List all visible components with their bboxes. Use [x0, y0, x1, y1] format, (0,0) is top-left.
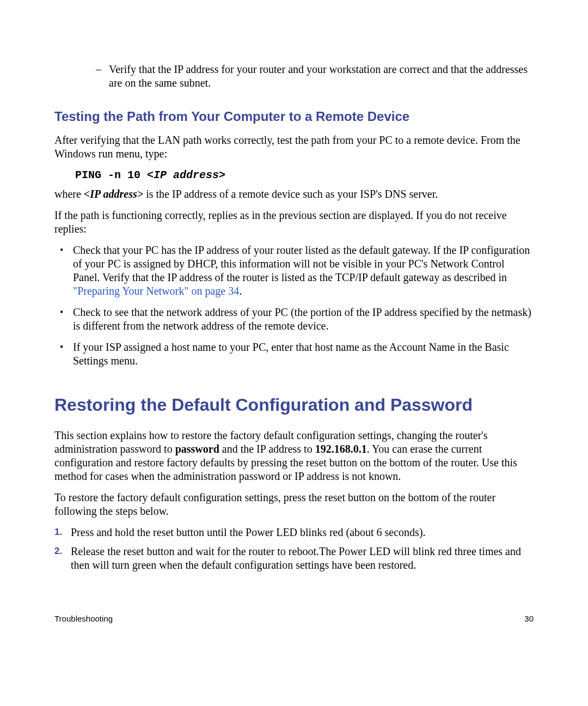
- heading-testing-path: Testing the Path from Your Computer to a…: [54, 108, 534, 125]
- command-placeholder: IP address: [154, 169, 219, 181]
- link-preparing-network[interactable]: "Preparing Your Network" on page 34: [73, 285, 239, 297]
- dash-icon: –: [96, 63, 109, 90]
- command-prefix: PING -n 10 <: [75, 169, 154, 181]
- page-footer: Troubleshooting 30: [54, 614, 534, 624]
- list-item: 1. Press and hold the reset button until…: [54, 526, 534, 539]
- paragraph-after-verify: After verifying that the LAN path works …: [54, 133, 534, 161]
- bullet-icon: •: [60, 340, 73, 368]
- bullet-icon: •: [60, 306, 73, 333]
- bullet-text: If your ISP assigned a host name to your…: [73, 340, 534, 368]
- sub-bullet-item: – Verify that the IP address for your ro…: [54, 63, 534, 90]
- footer-section: Troubleshooting: [54, 614, 113, 624]
- bullet-text: Check that your PC has the IP address of…: [73, 244, 534, 298]
- r1c: and the IP address to: [219, 443, 315, 455]
- command-suffix: >: [219, 169, 225, 181]
- step-number: 1.: [54, 526, 71, 539]
- page: – Verify that the IP address for your ro…: [0, 0, 588, 706]
- list-item: • Check that your PC has the IP address …: [54, 244, 534, 298]
- b1-pre: Check that your PC has the IP address of…: [73, 244, 530, 283]
- bullet-list: • Check that your PC has the IP address …: [54, 244, 534, 368]
- command-line: PING -n 10 <IP address>: [75, 168, 534, 182]
- numbered-list: 1. Press and hold the reset button until…: [54, 526, 534, 572]
- step-text: Press and hold the reset button until th…: [71, 526, 534, 539]
- list-item: 2. Release the reset button and wait for…: [54, 545, 534, 572]
- list-item: • Check to see that the network address …: [54, 306, 534, 333]
- r1b-bold: password: [175, 443, 219, 455]
- b1-post: .: [239, 285, 242, 297]
- paragraph-where: where <IP address> is the IP address of …: [54, 187, 534, 201]
- bullet-text: Check to see that the network address of…: [73, 306, 534, 333]
- where-pre: where: [54, 188, 84, 200]
- paragraph-if-path: If the path is functioning correctly, re…: [54, 209, 534, 236]
- paragraph-restore-2: To restore the factory default configura…: [54, 491, 534, 518]
- list-item: • If your ISP assigned a host name to yo…: [54, 340, 534, 368]
- sub-bullet-text: Verify that the IP address for your rout…: [109, 63, 534, 90]
- where-post: is the IP address of a remote device suc…: [143, 188, 438, 200]
- step-number: 2.: [54, 545, 71, 572]
- bullet-icon: •: [60, 244, 73, 298]
- where-placeholder: <IP address>: [84, 188, 143, 200]
- step-text: Release the reset button and wait for th…: [71, 545, 534, 572]
- footer-page-number: 30: [524, 614, 534, 624]
- r1d-bold: 192.168.0.1: [315, 443, 367, 455]
- paragraph-restore-1: This section explains how to restore the…: [54, 429, 534, 483]
- heading-restoring: Restoring the Default Configuration and …: [54, 394, 534, 416]
